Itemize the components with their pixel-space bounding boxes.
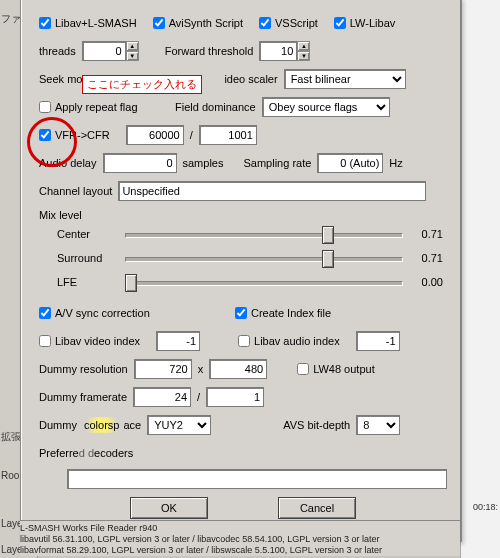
sampling-rate-unit: Hz bbox=[389, 157, 402, 169]
lfe-slider-value: 0.00 bbox=[409, 276, 443, 288]
forward-threshold-spin-down[interactable]: ▼ bbox=[297, 51, 310, 61]
ok-button[interactable]: OK bbox=[130, 497, 208, 519]
surround-slider-label: Surround bbox=[57, 252, 119, 264]
mix-level-title: Mix level bbox=[39, 209, 447, 221]
libav-audio-index-input[interactable] bbox=[356, 331, 400, 351]
dummy-framerate-num[interactable] bbox=[133, 387, 191, 407]
preferred-decoders-label: Preferred decoders bbox=[39, 447, 133, 459]
forward-threshold-spin-up[interactable]: ▲ bbox=[297, 41, 310, 51]
libav-audio-index-checkbox[interactable]: Libav audio index bbox=[238, 335, 340, 347]
threads-spin-down[interactable]: ▼ bbox=[126, 51, 139, 61]
surround-slider-value: 0.71 bbox=[409, 252, 443, 264]
avisynth-script-checkbox[interactable]: AviSynth Script bbox=[153, 17, 243, 29]
threads-input[interactable] bbox=[82, 41, 126, 61]
threads-spin-up[interactable]: ▲ bbox=[126, 41, 139, 51]
center-slider[interactable] bbox=[125, 225, 403, 243]
vsscript-checkbox[interactable]: VSScript bbox=[259, 17, 318, 29]
center-slider-label: Center bbox=[57, 228, 119, 240]
threads-label: threads bbox=[39, 45, 76, 57]
video-scaler-select[interactable]: Fast bilinear bbox=[284, 69, 406, 89]
sampling-rate-label: Sampling rate bbox=[243, 157, 311, 169]
dummy-colorspace-label: Dummy colorspace bbox=[39, 419, 141, 431]
seek-mode-label: Seek mo bbox=[39, 73, 82, 85]
vfr-cfr-denominator[interactable] bbox=[199, 125, 257, 145]
libav-video-index-input[interactable] bbox=[156, 331, 200, 351]
field-dominance-select[interactable]: Obey source flags bbox=[262, 97, 390, 117]
dummy-colorspace-select[interactable]: YUY2 bbox=[147, 415, 211, 435]
forward-threshold-input[interactable] bbox=[259, 41, 297, 61]
channel-layout-label: Channel layout bbox=[39, 185, 112, 197]
dummy-framerate-den[interactable] bbox=[206, 387, 264, 407]
center-slider-value: 0.71 bbox=[409, 228, 443, 240]
libav-lsmash-checkbox[interactable]: Libav+L-SMASH bbox=[39, 17, 137, 29]
avs-bit-depth-label: AVS bit-depth bbox=[283, 419, 350, 431]
av-sync-checkbox[interactable]: A/V sync correction bbox=[39, 307, 219, 319]
create-index-checkbox[interactable]: Create Index file bbox=[235, 307, 331, 319]
forward-threshold-label: Forward threshold bbox=[165, 45, 254, 57]
footer-info: L-SMASH Works File Reader r940 libavutil… bbox=[20, 520, 460, 556]
vfr-cfr-numerator[interactable] bbox=[126, 125, 184, 145]
channel-layout-input[interactable] bbox=[118, 181, 426, 201]
apply-repeat-flag-checkbox[interactable]: Apply repeat flag bbox=[39, 101, 159, 113]
dummy-framerate-sep: / bbox=[197, 391, 200, 403]
settings-window: Libav+L-SMASH AviSynth Script VSScript L… bbox=[20, 0, 462, 542]
dummy-framerate-label: Dummy framerate bbox=[39, 391, 127, 403]
annotation-check-here: ここにチェック入れる bbox=[82, 75, 202, 94]
vfr-cfr-separator: / bbox=[190, 129, 193, 141]
field-dominance-label: Field dominance bbox=[175, 101, 256, 113]
lw-libav-checkbox[interactable]: LW-Libav bbox=[334, 17, 395, 29]
lfe-slider-label: LFE bbox=[57, 276, 119, 288]
audio-delay-unit: samples bbox=[183, 157, 224, 169]
libav-video-index-checkbox[interactable]: Libav video index bbox=[39, 335, 140, 347]
audio-delay-input[interactable] bbox=[103, 153, 177, 173]
lfe-slider[interactable] bbox=[125, 273, 403, 291]
preferred-decoders-input[interactable] bbox=[67, 469, 447, 489]
bg-frag: Roo bbox=[1, 470, 19, 481]
surround-slider[interactable] bbox=[125, 249, 403, 267]
dummy-resolution-label: Dummy resolution bbox=[39, 363, 128, 375]
dummy-resolution-height[interactable] bbox=[209, 359, 267, 379]
video-scaler-label: ideo scaler bbox=[224, 73, 277, 85]
cancel-button[interactable]: Cancel bbox=[278, 497, 356, 519]
lw48-output-checkbox[interactable]: LW48 output bbox=[297, 363, 375, 375]
dummy-resolution-width[interactable] bbox=[134, 359, 192, 379]
annotation-circle bbox=[27, 117, 77, 167]
avs-bit-depth-select[interactable]: 8 bbox=[356, 415, 400, 435]
dummy-resolution-sep: x bbox=[198, 363, 204, 375]
sampling-rate-input[interactable] bbox=[317, 153, 383, 173]
